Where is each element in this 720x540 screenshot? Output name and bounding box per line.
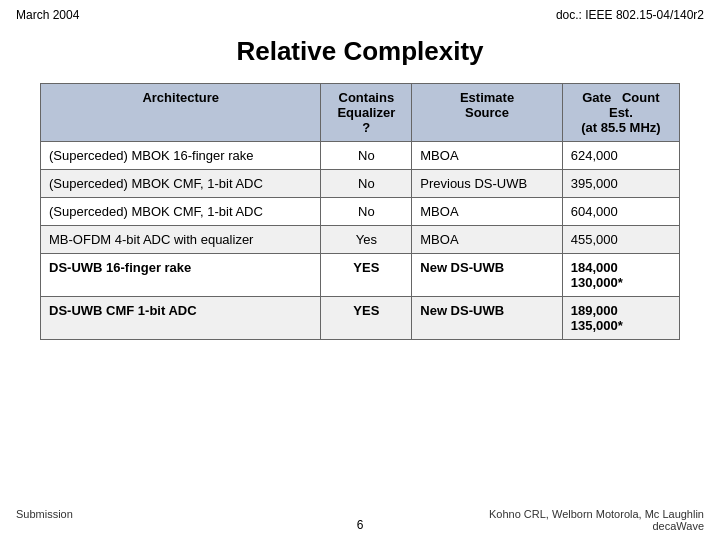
cell-gate: 455,000 [562, 226, 679, 254]
header-right: doc.: IEEE 802.15-04/140r2 [556, 8, 704, 22]
cell-estimate: New DS-UWB [412, 254, 563, 297]
col-header-architecture: Architecture [41, 84, 321, 142]
cell-contains: YES [321, 297, 412, 340]
cell-gate: 184,000 130,000* [562, 254, 679, 297]
col-header-gate: Gate CountEst.(at 85.5 MHz) [562, 84, 679, 142]
cell-contains: No [321, 170, 412, 198]
cell-estimate: MBOA [412, 142, 563, 170]
cell-estimate: Previous DS-UWB [412, 170, 563, 198]
cell-estimate: New DS-UWB [412, 297, 563, 340]
table-row: (Superceded) MBOK CMF, 1-bit ADCNoMBOA60… [41, 198, 680, 226]
complexity-table: Architecture ContainsEqualizer? Estimate… [40, 83, 680, 340]
cell-contains: Yes [321, 226, 412, 254]
footer-left: Submission [16, 508, 73, 532]
cell-gate: 604,000 [562, 198, 679, 226]
table-row: (Superceded) MBOK CMF, 1-bit ADCNoPrevio… [41, 170, 680, 198]
cell-gate: 624,000 [562, 142, 679, 170]
cell-architecture: (Superceded) MBOK CMF, 1-bit ADC [41, 198, 321, 226]
cell-gate: 189,000 135,000* [562, 297, 679, 340]
cell-architecture: DS-UWB 16-finger rake [41, 254, 321, 297]
cell-estimate: MBOA [412, 226, 563, 254]
cell-contains: No [321, 198, 412, 226]
table-header-row: Architecture ContainsEqualizer? Estimate… [41, 84, 680, 142]
cell-estimate: MBOA [412, 198, 563, 226]
header-left: March 2004 [16, 8, 79, 22]
footer-center: 6 [357, 518, 364, 532]
cell-architecture: DS-UWB CMF 1-bit ADC [41, 297, 321, 340]
cell-architecture: (Superceded) MBOK CMF, 1-bit ADC [41, 170, 321, 198]
cell-architecture: (Superceded) MBOK 16-finger rake [41, 142, 321, 170]
table-row: MB-OFDM 4-bit ADC with equalizerYesMBOA4… [41, 226, 680, 254]
cell-contains: YES [321, 254, 412, 297]
main-table-container: Architecture ContainsEqualizer? Estimate… [0, 83, 720, 340]
table-row: DS-UWB CMF 1-bit ADCYESNew DS-UWB189,000… [41, 297, 680, 340]
cell-contains: No [321, 142, 412, 170]
page-title: Relative Complexity [0, 26, 720, 83]
table-row: DS-UWB 16-finger rakeYESNew DS-UWB184,00… [41, 254, 680, 297]
col-header-estimate: EstimateSource [412, 84, 563, 142]
footer-right: Kohno CRL, Welborn Motorola, Mc Laughlin… [489, 508, 704, 532]
cell-gate: 395,000 [562, 170, 679, 198]
cell-architecture: MB-OFDM 4-bit ADC with equalizer [41, 226, 321, 254]
col-header-contains: ContainsEqualizer? [321, 84, 412, 142]
table-row: (Superceded) MBOK 16-finger rakeNoMBOA62… [41, 142, 680, 170]
